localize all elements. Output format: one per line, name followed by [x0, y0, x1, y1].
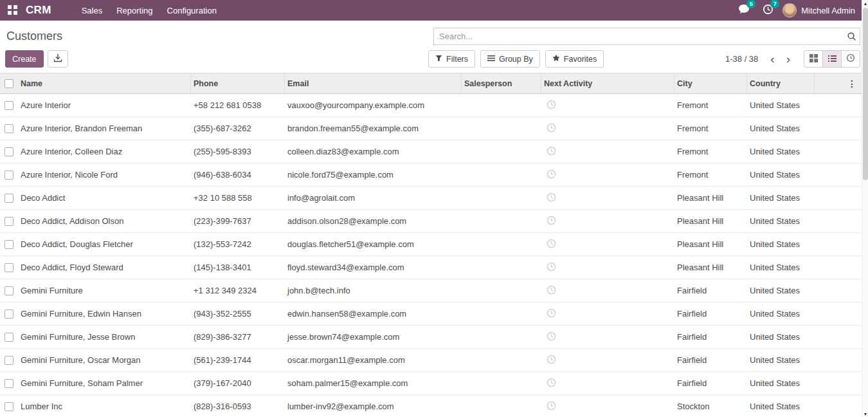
next-activity-clock-icon[interactable]: [547, 285, 556, 295]
cell-name: Deco Addict: [18, 193, 191, 203]
vertical-scrollbar[interactable]: ▲ ▼: [862, 0, 868, 417]
next-activity-clock-icon[interactable]: [547, 401, 556, 411]
menu-sales[interactable]: Sales: [75, 0, 110, 21]
cell-city: Pleasant Hill: [674, 216, 747, 226]
table-row[interactable]: Gemini Furniture, Jesse Brown (829)-386-…: [0, 326, 862, 349]
pager-next-button[interactable]: ›: [781, 53, 796, 66]
cell-next-activity: [541, 308, 674, 320]
row-checkbox[interactable]: [5, 147, 14, 156]
cell-email: addison.olson28@example.com: [285, 216, 462, 226]
next-activity-clock-icon[interactable]: [547, 239, 556, 248]
filters-button[interactable]: Filters: [428, 50, 475, 68]
menu-configuration[interactable]: Configuration: [160, 0, 224, 21]
next-activity-clock-icon[interactable]: [547, 331, 556, 341]
next-activity-clock-icon[interactable]: [547, 262, 556, 272]
cell-country: United States: [747, 193, 815, 203]
column-header-salesperson[interactable]: Salesperson: [462, 73, 541, 93]
table-row[interactable]: Gemini Furniture +1 312 349 2324 john.b@…: [0, 279, 862, 302]
breadcrumb: Customers: [6, 30, 433, 43]
search-input[interactable]: [433, 28, 860, 45]
row-checkbox[interactable]: [5, 240, 14, 249]
column-header-city[interactable]: City: [674, 73, 747, 93]
list-view-button[interactable]: [822, 50, 842, 68]
group-by-button[interactable]: Group By: [480, 50, 540, 68]
cell-phone: (828)-316-0593: [191, 402, 285, 411]
cell-city: Fremont: [674, 124, 747, 133]
systray: 5 7: [738, 4, 773, 17]
column-header-next-activity[interactable]: Next Activity: [541, 73, 674, 93]
star-icon: [552, 54, 560, 64]
row-checkbox[interactable]: [5, 124, 14, 133]
next-activity-clock-icon[interactable]: [547, 169, 556, 179]
column-header-phone[interactable]: Phone: [191, 73, 285, 93]
menu-reporting[interactable]: Reporting: [109, 0, 159, 21]
messages-button[interactable]: 5: [738, 4, 750, 17]
table-row[interactable]: Deco Addict, Addison Olson (223)-399-763…: [0, 210, 862, 233]
row-checkbox[interactable]: [5, 194, 14, 203]
row-checkbox[interactable]: [5, 101, 14, 110]
row-checkbox[interactable]: [5, 333, 14, 342]
next-activity-clock-icon[interactable]: [547, 192, 556, 202]
row-checkbox[interactable]: [5, 286, 14, 295]
column-header-country[interactable]: Country: [747, 73, 815, 93]
row-checkbox[interactable]: [5, 263, 14, 272]
column-header-name[interactable]: Name: [18, 73, 191, 93]
export-button[interactable]: [48, 50, 68, 68]
next-activity-clock-icon[interactable]: [547, 146, 556, 156]
row-checkbox[interactable]: [5, 217, 14, 226]
optional-columns-icon[interactable]: ⋮: [847, 79, 856, 88]
table-row[interactable]: Azure Interior, Brandon Freeman (355)-68…: [0, 117, 862, 140]
table-row[interactable]: Gemini Furniture, Soham Palmer (379)-167…: [0, 372, 862, 395]
table-row[interactable]: Deco Addict, Floyd Steward (145)-138-340…: [0, 256, 862, 279]
cell-next-activity: [541, 192, 674, 204]
cell-city: Fairfield: [674, 378, 747, 388]
next-activity-clock-icon[interactable]: [547, 308, 556, 318]
row-checkbox[interactable]: [5, 379, 14, 388]
table-row[interactable]: Gemini Furniture, Oscar Morgan (561)-239…: [0, 349, 862, 372]
search-icon[interactable]: [847, 32, 856, 44]
next-activity-clock-icon[interactable]: [547, 216, 556, 225]
row-checkbox[interactable]: [5, 310, 14, 319]
cell-country: United States: [747, 216, 815, 226]
table-row[interactable]: Gemini Furniture, Edwin Hansen (943)-352…: [0, 302, 862, 326]
cell-phone: (223)-399-7637: [191, 216, 285, 226]
user-menu[interactable]: Mitchell Admin: [782, 3, 855, 17]
kanban-view-button[interactable]: [804, 50, 823, 68]
row-checkbox[interactable]: [5, 356, 14, 365]
next-activity-clock-icon[interactable]: [547, 355, 556, 364]
cell-next-activity: [541, 100, 674, 111]
apps-menu-icon[interactable]: [8, 5, 18, 15]
activity-view-button[interactable]: [841, 50, 860, 68]
cell-phone: (355)-687-3262: [191, 124, 285, 133]
column-header-email[interactable]: Email: [285, 73, 462, 93]
download-icon: [53, 53, 62, 64]
pager-range: 1-38 / 38: [725, 54, 758, 64]
next-activity-clock-icon[interactable]: [547, 123, 556, 133]
cell-next-activity: [541, 285, 674, 297]
table-row[interactable]: Azure Interior, Nicole Ford (946)-638-60…: [0, 163, 862, 187]
next-activity-clock-icon[interactable]: [547, 378, 556, 387]
select-all-checkbox[interactable]: [5, 79, 14, 88]
cell-country: United States: [747, 124, 815, 133]
table-row[interactable]: Azure Interior +58 212 681 0538 vauxoo@y…: [0, 94, 862, 117]
row-checkbox[interactable]: [5, 402, 14, 411]
next-activity-clock-icon[interactable]: [547, 100, 556, 109]
table-row[interactable]: Azure Interior, Colleen Diaz (255)-595-8…: [0, 140, 862, 163]
cell-phone: (946)-638-6034: [191, 170, 285, 180]
cell-country: United States: [747, 239, 815, 249]
cell-email: lumber-inv92@example.com: [285, 402, 462, 411]
row-checkbox[interactable]: [5, 171, 14, 180]
kanban-grid-icon: [809, 53, 818, 65]
table-row[interactable]: Deco Addict +32 10 588 558 info@agrolait…: [0, 187, 862, 210]
app-title[interactable]: CRM: [26, 4, 51, 17]
create-button[interactable]: Create: [5, 50, 44, 68]
scrollbar-thumb[interactable]: [863, 8, 868, 180]
scrollbar-down-arrow[interactable]: ▼: [862, 411, 868, 417]
cell-city: Fremont: [674, 170, 747, 180]
pager-previous-button[interactable]: ‹: [764, 53, 780, 66]
table-row[interactable]: Lumber Inc (828)-316-0593 lumber-inv92@e…: [0, 395, 862, 417]
activities-button[interactable]: 7: [763, 4, 773, 17]
scrollbar-up-arrow[interactable]: ▲: [862, 0, 868, 6]
table-row[interactable]: Deco Addict, Douglas Fletcher (132)-553-…: [0, 233, 862, 256]
favorites-button[interactable]: Favorites: [545, 50, 604, 68]
